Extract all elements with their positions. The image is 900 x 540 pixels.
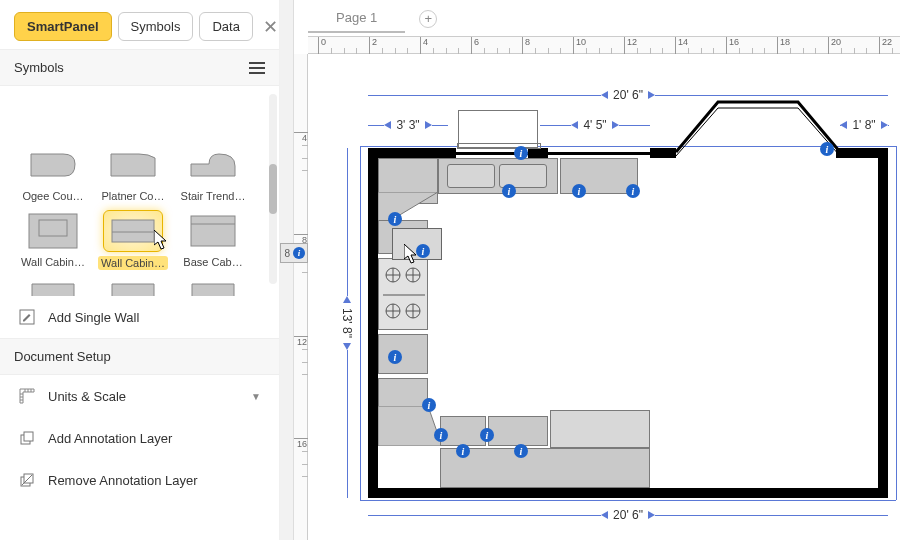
page-tab-1[interactable]: Page 1 (308, 4, 405, 33)
symbol-thumb (103, 90, 163, 132)
hamburger-icon[interactable] (249, 62, 265, 74)
add-single-wall-label: Add Single Wall (48, 310, 139, 325)
symbol-thumb (23, 144, 83, 186)
add-single-wall-button[interactable]: Add Single Wall (0, 296, 279, 338)
symbol-blank[interactable] (98, 90, 168, 136)
ruler-tick: 10 (573, 37, 586, 55)
page-tabs: Page 1 + (308, 4, 437, 33)
info-icon[interactable]: i (820, 142, 834, 156)
symbol-grid: Ogee Cou…Platner Co…Stair Trend…Wall Cab… (18, 90, 269, 296)
ruler-tick: 18 (777, 37, 790, 55)
ruler-tick: 20 (828, 37, 841, 55)
svg-rect-2 (112, 220, 154, 242)
info-icon[interactable]: i (502, 184, 516, 198)
dimension-bottom: 20' 6" (368, 508, 888, 522)
symbol-wallcab2[interactable]: Wall Cabin… (98, 210, 168, 270)
ruler-tick: 0 (318, 37, 326, 55)
horizontal-ruler: 024681012141618202224 (308, 36, 900, 54)
symbol-corner3[interactable] (178, 278, 248, 296)
ruler-tick: 14 (675, 37, 688, 55)
symbol-corner2[interactable] (98, 278, 168, 296)
tab-symbols[interactable]: Symbols (118, 12, 194, 41)
symbol-stair[interactable]: Stair Trend… (178, 144, 248, 202)
ruler-tick: 4 (294, 132, 308, 143)
panel-tabs: SmartPanel Symbols Data ✕ (0, 0, 279, 49)
ruler-tick: 6 (471, 37, 479, 55)
left-panel: SmartPanel Symbols Data ✕ Symbols Ogee C… (0, 0, 280, 540)
canvas-gutter (280, 0, 294, 540)
info-icon[interactable]: i (388, 212, 402, 226)
symbol-scroll: Ogee Cou…Platner Co…Stair Trend…Wall Cab… (0, 86, 279, 296)
info-icon[interactable]: i (626, 184, 640, 198)
dimension-top-left: 3' 3" (368, 118, 448, 132)
remove-annotation-layer-button[interactable]: Remove Annotation Layer (0, 459, 279, 501)
symbol-label: Stair Trend… (178, 190, 248, 202)
base-cabinet[interactable] (378, 378, 428, 408)
stove[interactable] (378, 258, 428, 330)
base-cabinet[interactable] (488, 416, 548, 446)
add-page-button[interactable]: + (419, 10, 437, 28)
symbol-thumb (103, 210, 163, 252)
drawing-paper[interactable]: 20' 6" 3' 3" 4' 5" 1' 8" 13' 8" 13' 8" 2… (308, 54, 900, 540)
wall[interactable] (368, 148, 378, 498)
table-fixture[interactable] (458, 110, 538, 148)
tab-data[interactable]: Data (199, 12, 252, 41)
corner-angle[interactable] (378, 406, 442, 446)
symbol-thumb (183, 210, 243, 252)
symbol-thumb (23, 278, 83, 296)
wall[interactable] (528, 148, 548, 158)
wall[interactable] (368, 148, 456, 158)
sink-counter[interactable] (438, 158, 558, 194)
add-annotation-label: Add Annotation Layer (48, 431, 172, 446)
symbol-blank[interactable] (178, 90, 248, 136)
symbol-wallcab1[interactable]: Wall Cabin… (18, 210, 88, 270)
wall[interactable] (878, 148, 888, 498)
scrollbar-thumb[interactable] (269, 164, 277, 214)
remove-annotation-label: Remove Annotation Layer (48, 473, 198, 488)
svg-rect-1 (39, 220, 67, 236)
symbol-thumb (23, 210, 83, 252)
vertical-ruler: 481216 (294, 54, 308, 540)
info-icon[interactable]: i (388, 350, 402, 364)
symbol-basecab[interactable]: Base Cab… (178, 210, 248, 270)
info-icon[interactable]: i (422, 398, 436, 412)
symbol-blank[interactable] (18, 90, 88, 136)
symbol-corner1[interactable] (18, 278, 88, 296)
info-icon[interactable]: i (456, 444, 470, 458)
close-panel-icon[interactable]: ✕ (259, 16, 282, 38)
info-icon[interactable]: i (572, 184, 586, 198)
symbol-scrollbar[interactable] (269, 94, 277, 284)
info-icon[interactable]: i (293, 247, 305, 259)
ruler-tick: 16 (726, 37, 739, 55)
base-cabinet[interactable] (378, 334, 428, 374)
symbol-platner[interactable]: Platner Co… (98, 144, 168, 202)
dimension-top-mid: 4' 5" (540, 118, 650, 132)
svg-rect-4 (191, 216, 235, 246)
pencil-square-icon (18, 308, 36, 326)
floor-plan: 20' 6" 3' 3" 4' 5" 1' 8" 13' 8" 13' 8" 2… (368, 88, 888, 458)
tab-smartpanel[interactable]: SmartPanel (14, 12, 112, 41)
document-setup-header: Document Setup (0, 338, 279, 375)
chevron-down-icon: ▼ (251, 391, 261, 402)
counter-back[interactable] (550, 410, 650, 448)
wall[interactable] (368, 488, 888, 498)
units-scale-label: Units & Scale (48, 389, 126, 404)
symbol-ogee[interactable]: Ogee Cou… (18, 144, 88, 202)
layers-remove-icon (18, 471, 36, 489)
dimension-extension (360, 500, 896, 501)
info-icon[interactable]: i (514, 444, 528, 458)
units-scale-row[interactable]: Units & Scale ▼ (0, 375, 279, 417)
info-icon[interactable]: i (480, 428, 494, 442)
ruler-tick: 12 (624, 37, 637, 55)
info-icon[interactable]: i (416, 244, 430, 258)
symbol-thumb (183, 144, 243, 186)
symbols-section-title: Symbols (14, 60, 64, 75)
add-annotation-layer-button[interactable]: Add Annotation Layer (0, 417, 279, 459)
window[interactable] (548, 152, 650, 155)
symbol-label: Wall Cabin… (18, 256, 88, 268)
ruler-tick: 16 (294, 438, 308, 449)
info-icon[interactable]: i (434, 428, 448, 442)
info-icon[interactable]: i (514, 146, 528, 160)
island-counter[interactable] (440, 448, 650, 488)
svg-marker-32 (378, 406, 442, 446)
